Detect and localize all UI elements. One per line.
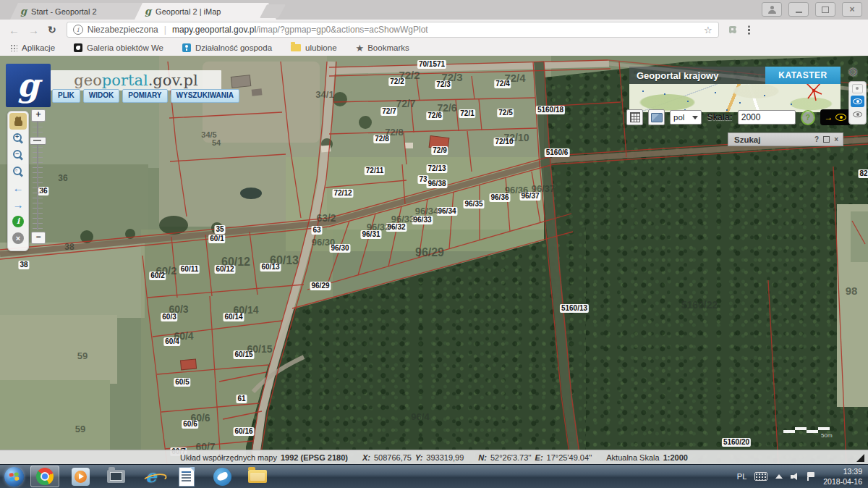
browser-tab-start[interactable]: g Start - Geoportal 2 × [10, 3, 152, 20]
bookmark-label: Działalność gospoda [195, 43, 272, 52]
address-bar[interactable]: i Niezabezpieczona | mapy.geoportal.gov.… [67, 22, 719, 38]
taskbar-document-editor[interactable] [172, 466, 201, 487]
visibility-toggle[interactable]: → [820, 109, 851, 125]
grid-button[interactable] [626, 109, 643, 125]
bookmark-dzialalnosc[interactable]: Działalność gospoda [182, 43, 272, 52]
zoom-plus-button[interactable]: + [31, 109, 46, 122]
help-icon[interactable]: ? [801, 110, 815, 125]
start-button[interactable] [4, 467, 24, 487]
forward-icon[interactable]: → [28, 24, 39, 36]
maximize-button[interactable] [815, 2, 835, 17]
identify-button[interactable]: i [9, 213, 27, 230]
taskbar-screenshot-tool[interactable] [101, 466, 130, 487]
hand-icon [14, 117, 23, 126]
reload-icon[interactable]: ↻ [48, 24, 56, 35]
arrow-icon: → [824, 113, 833, 122]
browser-menu-icon[interactable] [748, 25, 750, 35]
menu-pomiary[interactable]: POMIARY [122, 89, 167, 103]
keyboard-icon[interactable] [754, 472, 767, 481]
eye-icon [835, 114, 846, 121]
collapse-button[interactable] [852, 84, 863, 93]
info-icon[interactable]: i [73, 25, 83, 35]
menu-wyszukiwania[interactable]: WYSZUKIWANIA [171, 89, 239, 103]
apps-grid-icon [10, 44, 17, 51]
arrow-right-icon: → [13, 199, 24, 210]
screenshot-folder-icon [107, 470, 125, 483]
clear-button[interactable]: × [9, 230, 27, 246]
tab-kataster[interactable]: KATASTER [765, 67, 841, 84]
taskbar-thunderbird[interactable] [208, 466, 237, 487]
wms-button[interactable] [648, 109, 665, 125]
next-view-button[interactable]: → [9, 196, 27, 213]
zoom-extent-icon: ▫ [13, 167, 23, 177]
geoportal-menu: PLIK WIDOK POMIARY WYSZUKIWANIA [52, 89, 239, 101]
geoportal-logo[interactable]: g [6, 64, 51, 107]
language-indicator[interactable]: PL [737, 472, 746, 481]
search-collapse-icon[interactable] [823, 136, 830, 143]
current-scale-value: 1:2000 [663, 453, 688, 462]
taskbar-media-player[interactable] [66, 466, 95, 487]
zoom-slider: + − [30, 109, 46, 244]
speaker-icon[interactable] [791, 473, 799, 481]
taskbar-internet-explorer[interactable]: e [137, 466, 166, 487]
pan-tool-button[interactable] [9, 113, 27, 130]
search-close-icon[interactable]: × [834, 135, 838, 143]
gallery-icon [74, 43, 82, 52]
bookmark-galeria[interactable]: Galeria obiektów We [74, 43, 163, 52]
layer-hidden-button[interactable] [851, 109, 864, 119]
e-label: E: [535, 453, 543, 462]
chrome-icon [36, 468, 54, 485]
profile-icon[interactable] [762, 2, 782, 17]
action-center-flag-icon[interactable] [807, 472, 815, 481]
taskbar-chrome[interactable] [30, 466, 59, 487]
resize-handle-icon[interactable] [856, 454, 864, 462]
zoom-slider-handle[interactable] [30, 137, 46, 145]
n-coordinate: 52°26'3.73'' [490, 453, 532, 462]
bookmark-ulubione[interactable]: ulubione [291, 43, 336, 52]
bookmark-apps[interactable]: Aplikacje [10, 43, 55, 52]
zoom-in-tool-button[interactable]: + [9, 130, 27, 146]
language-select[interactable]: pol [670, 110, 702, 125]
zoom-extent-tool-button[interactable]: ▫ [9, 163, 27, 180]
menu-plik[interactable]: PLIK [52, 89, 80, 103]
search-panel[interactable]: Szukaj ? × [728, 132, 843, 146]
search-help-icon[interactable]: ? [814, 135, 819, 143]
layer-visible-button[interactable] [851, 96, 864, 107]
n-label: N: [478, 453, 487, 462]
minimap-towns [642, 91, 644, 92]
windows-flag-icon [9, 472, 19, 481]
tab-title: Geoportal 2 | iMap [156, 7, 260, 16]
tab-title: Start - Geoportal 2 [31, 7, 135, 16]
taskbar-file-explorer[interactable] [243, 466, 272, 487]
taskbar-clock[interactable]: 13:39 2018-04-16 [823, 466, 862, 487]
back-icon[interactable]: ← [9, 24, 20, 36]
bookmark-label: Bookmarks [367, 43, 409, 52]
scale-input[interactable] [738, 110, 796, 125]
star-icon: ★ [356, 43, 365, 54]
url-path: /imap/?gpmap=gp0&actions=acShowWgPlot [256, 25, 427, 35]
search-title: Szukaj [734, 135, 760, 144]
zoom-minus-button[interactable]: − [31, 232, 46, 244]
menu-widok[interactable]: WIDOK [83, 89, 119, 103]
url-separator: | [164, 25, 166, 35]
minimize-button[interactable] [788, 2, 809, 17]
map-status-bar: Układ współrzędnych mapy 1992 (EPSG 2180… [0, 450, 868, 464]
previous-view-button[interactable]: ← [9, 180, 27, 196]
browser-tab-imap[interactable]: g Geoportal 2 | iMap × [135, 3, 276, 20]
zoom-out-tool-button[interactable]: − [9, 146, 27, 163]
gear-icon[interactable]: ⚙ [848, 65, 858, 79]
bookmark-bookmarks[interactable]: ★ Bookmarks [356, 43, 409, 54]
current-scale-label: Aktualna Skala [606, 453, 659, 462]
close-button[interactable]: × [842, 2, 862, 17]
y-coordinate: 393319,99 [426, 453, 464, 462]
hidden-icons-arrow[interactable] [775, 474, 783, 479]
crs-prefix: Układ współrzędnych mapy [180, 453, 277, 462]
maximize-icon [822, 7, 829, 13]
panel-title: Geoportal krajowy [637, 70, 718, 81]
chevron-down-icon [692, 116, 698, 119]
extension-icon[interactable] [729, 26, 736, 33]
desktop-screen: g Start - Geoportal 2 × g Geoportal 2 | … [0, 0, 868, 488]
window-controls: × [762, 2, 862, 17]
grid-icon [630, 112, 640, 122]
bookmark-star-icon[interactable]: ☆ [704, 25, 712, 35]
